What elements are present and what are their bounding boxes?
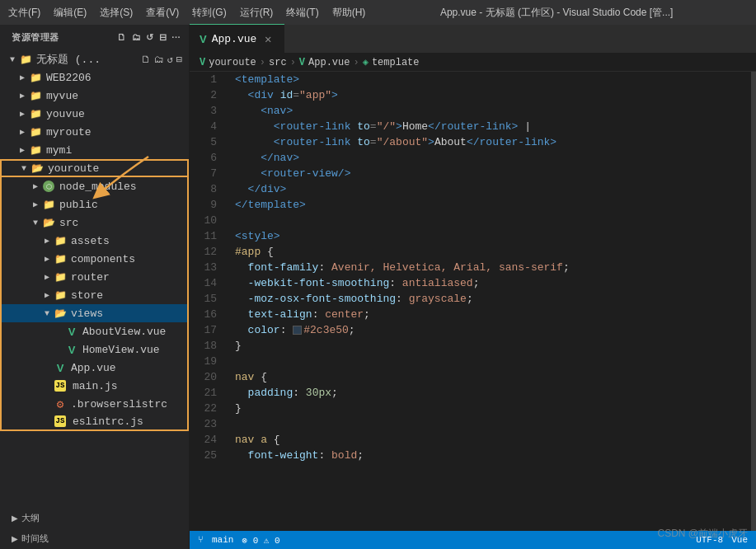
breadcrumb-vue-icon2: V — [299, 57, 305, 68]
sidebar-footer: ▶ 大纲 ▶ 时间线 — [0, 508, 189, 549]
tree-myroute-label: myroute — [46, 126, 92, 138]
tree-node-modules[interactable]: ▶ ⬡ node_modules — [0, 177, 189, 195]
folder-src-icon: 📂 — [41, 215, 56, 230]
status-errors: ⊗ 0 ⚠ 0 — [242, 535, 279, 546]
node-modules-icon: ⬡ — [41, 179, 56, 194]
tab-app-vue[interactable]: V App.vue ✕ — [190, 24, 284, 53]
refresh-btn[interactable]: ↺ — [167, 54, 173, 66]
tree-browserslistrc[interactable]: ⚙ .browserslistrc — [0, 395, 189, 413]
breadcrumb-appvue[interactable]: App.vue — [308, 57, 350, 68]
chevron-youroute: ▼ — [18, 164, 30, 173]
tree-WEB2206[interactable]: ▶ 📁 WEB2206 — [0, 68, 189, 87]
breadcrumb-vue-icon: V — [200, 57, 205, 68]
tree-mymi[interactable]: ▶ 📁 mymi — [0, 141, 189, 159]
code-content[interactable]: <template> <div id="app"> <nav> <router-… — [227, 72, 751, 531]
code-line-25: font-weight: bold; — [235, 448, 751, 463]
breadcrumb-youroute[interactable]: youroute — [209, 57, 256, 68]
tree-about-view[interactable]: V AboutView.vue — [0, 322, 189, 340]
tab-bar: V App.vue ✕ — [190, 25, 756, 54]
collapse-btn[interactable]: ⊟ — [176, 54, 182, 66]
breadcrumb-template[interactable]: template — [372, 57, 420, 68]
tree-views[interactable]: ▼ 📂 views — [0, 304, 189, 322]
code-line-4: <router-link to="/">Home</router-link> | — [235, 119, 751, 134]
chevron-assets: ▶ — [41, 236, 53, 246]
chevron-myvue: ▶ — [16, 91, 28, 101]
tree-myroute[interactable]: ▶ 📁 myroute — [0, 123, 189, 141]
outline-section[interactable]: ▶ 大纲 — [0, 508, 189, 528]
collapse-icon[interactable]: ⊟ — [159, 32, 167, 43]
code-line-21: padding: 30px; — [235, 385, 751, 401]
chevron-timeline: ▶ — [12, 534, 18, 543]
code-line-13: font-family: Avenir, Helvetica, Arial, s… — [235, 260, 751, 275]
timeline-section[interactable]: ▶ 时间线 — [0, 528, 189, 549]
code-line-10 — [235, 213, 751, 228]
refresh-icon[interactable]: ↺ — [146, 32, 154, 43]
more-icon[interactable]: ··· — [171, 32, 181, 43]
tree-youvue[interactable]: ▶ 📁 youvue — [0, 105, 189, 123]
root-icons[interactable]: 🗋 🗂 ↺ ⊟ — [141, 54, 189, 66]
sidebar-header-icons[interactable]: 🗋 🗂 ↺ ⊟ ··· — [117, 32, 181, 43]
tree-eslintrc[interactable]: JS eslintrc.js — [0, 413, 189, 431]
chevron-router: ▶ — [41, 272, 53, 282]
chevron-outline: ▶ — [12, 514, 18, 523]
tree-about-view-label: AboutView.vue — [82, 326, 166, 338]
code-line-1: <template> — [235, 72, 751, 87]
tree-youroute[interactable]: ▼ 📂 youroute — [0, 159, 189, 177]
new-file-icon[interactable]: 🗋 — [117, 32, 127, 43]
folder-youroute-icon: 📂 — [30, 161, 45, 176]
titlebar: 文件(F) 编辑(E) 选择(S) 查看(V) 转到(G) 运行(R) 终端(T… — [0, 0, 756, 25]
tree-router[interactable]: ▶ 📁 router — [0, 268, 189, 286]
vue-app-icon: V — [53, 360, 68, 375]
new-file-btn[interactable]: 🗋 — [141, 54, 151, 66]
menu-view[interactable]: 查看(V) — [146, 6, 179, 20]
breadcrumb-sep2: › — [290, 57, 296, 68]
code-line-7: <router-view/> — [235, 166, 751, 181]
tree-home-view-label: HomeView.vue — [82, 344, 160, 356]
tree-main-js[interactable]: JS main.js — [0, 377, 189, 395]
folder-views-icon: 📂 — [53, 306, 68, 321]
outline-label: 大纲 — [21, 512, 40, 524]
line-numbers: 1 2 3 4 5 6 7 8 9 10 11 12 13 14 15 16 1 — [190, 72, 227, 531]
menu-file[interactable]: 文件(F) — [8, 6, 40, 20]
new-folder-icon[interactable]: 🗂 — [132, 32, 142, 43]
breadcrumb-template-icon: ◈ — [363, 56, 369, 68]
sidebar: 资源管理器 🗋 🗂 ↺ ⊟ ··· ▼ 📁 无标题 (... — [0, 25, 190, 549]
menu-select[interactable]: 选择(S) — [100, 6, 133, 20]
tree-root[interactable]: ▼ 📁 无标题 (... 🗋 🗂 ↺ ⊟ — [0, 50, 189, 68]
menu-edit[interactable]: 编辑(E) — [54, 6, 87, 20]
timeline-label: 时间线 — [21, 533, 49, 545]
app-container: 文件(F) 编辑(E) 选择(S) 查看(V) 转到(G) 运行(R) 终端(T… — [0, 0, 756, 549]
tree-components[interactable]: ▶ 📁 components — [0, 250, 189, 268]
menu-terminal[interactable]: 终端(T) — [286, 6, 318, 20]
main-layout: 资源管理器 🗋 🗂 ↺ ⊟ ··· ▼ 📁 无标题 (... — [0, 25, 756, 549]
tree-app-vue[interactable]: V App.vue — [0, 359, 189, 377]
tree-node-modules-label: node_modules — [59, 181, 137, 193]
code-line-19 — [235, 354, 751, 369]
chevron-src: ▼ — [30, 218, 41, 228]
chevron-public: ▶ — [30, 199, 41, 209]
tree-home-view[interactable]: V HomeView.vue — [0, 340, 189, 359]
tree-youvue-label: youvue — [46, 108, 85, 120]
menu-goto[interactable]: 转到(G) — [192, 6, 226, 20]
breadcrumb-src[interactable]: src — [269, 57, 287, 68]
tree-youroute-label: youroute — [48, 162, 99, 175]
folder-mymi-icon: 📁 — [28, 143, 43, 157]
titlebar-menu[interactable]: 文件(F) 编辑(E) 选择(S) 查看(V) 转到(G) 运行(R) 终端(T… — [8, 6, 365, 20]
tree-assets[interactable]: ▶ 📁 assets — [0, 232, 189, 250]
tree-store[interactable]: ▶ 📁 store — [0, 286, 189, 304]
tree-src[interactable]: ▼ 📂 src — [0, 214, 189, 232]
editor-area: V App.vue ✕ V youroute › src › V App.vue… — [190, 25, 756, 549]
tab-app-vue-label: App.vue — [212, 33, 257, 45]
editor-content[interactable]: 1 2 3 4 5 6 7 8 9 10 11 12 13 14 15 16 1 — [190, 72, 756, 531]
tab-close-btn[interactable]: ✕ — [261, 32, 275, 45]
menu-help[interactable]: 帮助(H) — [332, 6, 366, 20]
status-branch-icon: ⑂ — [198, 535, 204, 545]
new-folder-btn[interactable]: 🗂 — [154, 54, 164, 66]
tree-myvue[interactable]: ▶ 📁 myvue — [0, 87, 189, 105]
vue-home-icon: V — [64, 342, 79, 357]
tree-public[interactable]: ▶ 📁 public — [0, 195, 189, 214]
tree-WEB2206-label: WEB2206 — [46, 72, 92, 84]
status-branch: main — [212, 535, 233, 545]
menu-run[interactable]: 运行(R) — [240, 6, 274, 20]
scrollbar[interactable] — [751, 72, 756, 531]
